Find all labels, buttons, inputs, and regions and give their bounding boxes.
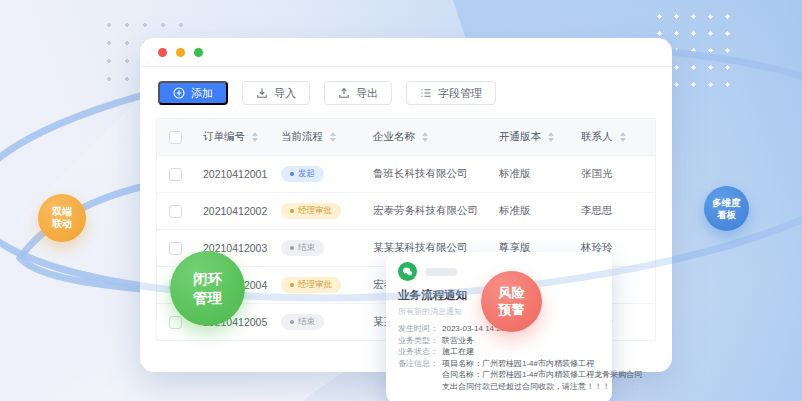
export-icon	[338, 87, 350, 99]
row-checkbox-cell	[157, 242, 193, 255]
bubble-line: 预警	[499, 302, 525, 318]
toolbar: 添加 导入 导出 字段管理	[140, 67, 672, 116]
company-cell: 宏泰劳务科技有限公司	[363, 204, 489, 218]
column-header-2[interactable]: 当前流程	[271, 130, 363, 144]
notification-field-label	[398, 369, 442, 381]
header-checkbox-cell	[157, 131, 193, 144]
order-no-cell: 20210412001	[193, 168, 271, 180]
column-header-label: 企业名称	[373, 130, 415, 144]
stage-dot-icon	[290, 320, 294, 324]
table-row: 20210412001发起鲁班长科技有限公司标准版张国光	[157, 155, 655, 192]
notification-field-label: 业务类型：	[398, 335, 442, 347]
bubble-line: 双端	[52, 206, 72, 219]
add-button-label: 添加	[191, 86, 213, 101]
bubble-line: 闭环	[193, 270, 222, 288]
stage-cell: 经理审批	[271, 277, 363, 293]
bubble-dual-linkage[interactable]: 双端 联动	[38, 194, 86, 242]
traffic-light-green-icon[interactable]	[194, 48, 203, 57]
column-header-label: 开通版本	[499, 130, 541, 144]
stage-cell: 经理审批	[271, 203, 363, 219]
notification-field-value: 项目名称：广州碧桂园1-4#市内精装修工程	[442, 358, 594, 370]
sort-icon[interactable]	[548, 132, 554, 142]
column-header-3[interactable]: 企业名称	[363, 130, 489, 144]
stage-badge: 经理审批	[281, 203, 341, 219]
notification-field-row: 业务状态：施工在建	[398, 346, 600, 358]
traffic-light-yellow-icon[interactable]	[176, 48, 185, 57]
plus-circle-icon	[173, 87, 185, 99]
bubble-line: 联动	[52, 218, 72, 231]
bubble-closed-loop[interactable]: 闭环 管理	[170, 251, 245, 326]
sort-icon[interactable]	[422, 132, 428, 142]
contact-cell: 李思思	[571, 204, 655, 218]
stage-cell: 结束	[271, 240, 363, 256]
export-button-label: 导出	[356, 86, 378, 101]
column-header-4[interactable]: 开通版本	[489, 130, 571, 144]
export-button[interactable]: 导出	[324, 81, 392, 105]
import-button-label: 导入	[274, 86, 296, 101]
bubble-risk-warning[interactable]: 风险 预警	[481, 271, 542, 332]
order-no-cell: 20210412002	[193, 205, 271, 217]
stage-dot-icon	[290, 209, 294, 213]
field-list-icon	[420, 87, 432, 99]
traffic-light-red-icon[interactable]	[158, 48, 167, 57]
company-cell: 鲁班长科技有限公司	[363, 167, 489, 181]
stage-badge: 发起	[281, 166, 324, 182]
stage-cell: 发起	[271, 166, 363, 182]
column-header-5[interactable]: 联系人	[571, 130, 655, 144]
stage-badge: 结束	[281, 240, 324, 256]
window-titlebar	[140, 38, 672, 67]
notification-field-value: 联营业务	[442, 335, 474, 347]
column-header-label: 联系人	[581, 130, 613, 144]
select-all-checkbox[interactable]	[169, 131, 182, 144]
import-icon	[256, 87, 268, 99]
stage-badge: 经理审批	[281, 277, 341, 293]
notification-field-row: 合同名称：广州碧桂园1-4#市内精装修工程龙骨采购合同	[398, 369, 600, 381]
version-cell: 标准版	[489, 167, 571, 181]
bubble-line: 管理	[193, 289, 222, 307]
notification-field-value: 合同名称：广州碧桂园1-4#市内精装修工程龙骨采购合同	[442, 369, 642, 381]
notification-field-value: 施工在建	[442, 346, 474, 358]
sort-icon[interactable]	[252, 132, 258, 142]
row-checkbox-cell	[157, 168, 193, 181]
bubble-line: 多维度	[712, 197, 741, 209]
stage-dot-icon	[290, 246, 294, 250]
row-checkbox[interactable]	[169, 316, 182, 329]
table-row: 20210412002经理审批宏泰劳务科技有限公司标准版李思思	[157, 192, 655, 229]
notification-field-row: 业务类型：联营业务	[398, 335, 600, 347]
bubble-multi-board[interactable]: 多维度 看板	[704, 186, 749, 231]
stage-badge: 结束	[281, 314, 324, 330]
contact-cell: 张国光	[571, 167, 655, 181]
notification-source-pill	[425, 268, 457, 276]
version-cell: 标准版	[489, 204, 571, 218]
stage-dot-icon	[290, 283, 294, 287]
notification-fields: 发生时间：2023-03-14 14:26业务类型：联营业务业务状态：施工在建备…	[398, 323, 600, 392]
add-button[interactable]: 添加	[158, 81, 228, 105]
column-header-label: 订单编号	[203, 130, 245, 144]
bubble-line: 风险	[499, 285, 525, 301]
notification-field-label	[398, 381, 442, 393]
column-header-1[interactable]: 订单编号	[193, 130, 271, 144]
row-checkbox[interactable]	[169, 242, 182, 255]
wechat-icon	[398, 262, 417, 281]
row-checkbox-cell	[157, 205, 193, 218]
notification-field-row: 支出合同付款已经超过合同收款，请注意！！！	[398, 381, 600, 393]
import-button[interactable]: 导入	[242, 81, 310, 105]
notification-field-label: 发生时间：	[398, 323, 442, 335]
stage-cell: 结束	[271, 314, 363, 330]
notification-field-label: 业务状态：	[398, 346, 442, 358]
notification-field-label: 备注信息：	[398, 358, 442, 370]
field-management-button-label: 字段管理	[438, 86, 482, 101]
bubble-line: 看板	[717, 209, 736, 221]
notification-field-row: 备注信息：项目名称：广州碧桂园1-4#市内精装修工程	[398, 358, 600, 370]
notification-field-value: 支出合同付款已经超过合同收款，请注意！！！	[442, 381, 610, 393]
stage-dot-icon	[290, 172, 294, 176]
row-checkbox[interactable]	[169, 168, 182, 181]
sort-icon[interactable]	[330, 132, 336, 142]
column-header-label: 当前流程	[281, 130, 323, 144]
sort-icon[interactable]	[620, 132, 626, 142]
field-management-button[interactable]: 字段管理	[406, 81, 496, 105]
table-header-row: 订单编号当前流程企业名称开通版本联系人	[157, 119, 655, 155]
row-checkbox[interactable]	[169, 205, 182, 218]
